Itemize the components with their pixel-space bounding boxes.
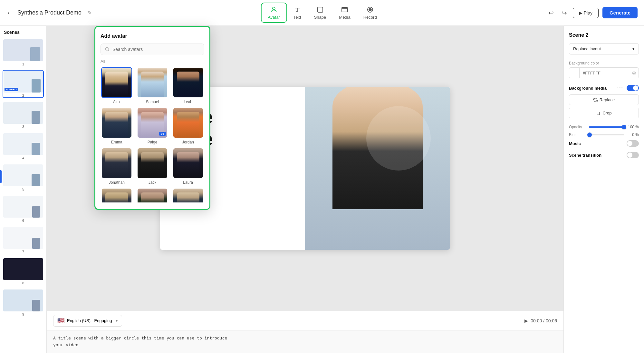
background-color-row[interactable]: #FFFFFF ◎: [569, 67, 639, 78]
three-dots-icon[interactable]: ···: [617, 85, 623, 91]
scene-thumb: [3, 102, 43, 124]
blur-thumb[interactable]: [587, 132, 592, 137]
avatar-cell-leah[interactable]: Leah: [172, 67, 204, 104]
avatar-img-row4b: [137, 188, 168, 202]
replace-icon: [593, 98, 598, 102]
generate-button[interactable]: Generate: [602, 7, 638, 18]
project-title: Synthesia Product Demo: [17, 9, 82, 16]
svg-point-0: [273, 7, 275, 10]
scenes-title: Scenes: [3, 30, 44, 35]
opacity-slider[interactable]: [589, 126, 624, 128]
nav-media-button[interactable]: Media: [332, 3, 357, 22]
background-color-field: Background color #FFFFFF ◎: [569, 61, 639, 78]
music-label: Music: [569, 141, 581, 146]
avatar-img-paige: V3: [137, 107, 168, 138]
chevron-down-icon: ▾: [116, 318, 118, 323]
nav-shape-button[interactable]: Shape: [308, 3, 333, 22]
scene-number: 2: [3, 93, 43, 97]
avatar-name-paige: Paige: [148, 140, 158, 144]
scene-item[interactable]: 3: [3, 101, 44, 129]
redo-button[interactable]: ↪: [560, 7, 569, 19]
scene-thumb: [3, 164, 43, 186]
scene-transition-toggle[interactable]: [627, 152, 639, 158]
scene-item[interactable]: 9: [3, 289, 44, 317]
search-bar[interactable]: [101, 44, 204, 55]
blur-slider[interactable]: [589, 134, 624, 135]
avatar-name-samuel: Samuel: [146, 100, 159, 104]
background-media-toggle[interactable]: [627, 85, 639, 91]
scene-number: 5: [3, 187, 43, 191]
color-picker-icon[interactable]: ◎: [630, 70, 639, 75]
scene-item[interactable]: 1: [3, 39, 44, 67]
scene-item[interactable]: 8: [3, 258, 44, 286]
avatar-bg: [173, 189, 203, 202]
scene-transition-label: Scene transition: [569, 153, 601, 158]
avatar-img-alex: [101, 67, 132, 98]
avatar-cell-emma[interactable]: Emma: [101, 107, 133, 144]
edit-icon[interactable]: ✎: [87, 10, 91, 16]
scene-thumb: SCENE 2: [3, 71, 43, 93]
avatar-img-row4a: [101, 188, 132, 202]
music-toggle[interactable]: [627, 140, 639, 147]
avatar-name-jonathan: Jonathan: [109, 180, 125, 185]
replace-layout-field: Replace layout ▾: [569, 43, 639, 54]
scene-number: 3: [3, 125, 43, 129]
popup-title: Add avatar: [101, 33, 204, 39]
canvas-bottom: 🇺🇸 English (US) - Engaging ▾ ▶ 00:00 / 0…: [47, 311, 563, 330]
play-icon[interactable]: ▶: [524, 318, 528, 323]
scene-item[interactable]: 4: [3, 132, 44, 161]
avatar-bg: [102, 148, 131, 178]
music-row: Music: [569, 140, 639, 147]
avatar-name-leah: Leah: [184, 100, 192, 104]
avatar-cell-row4c[interactable]: [172, 188, 204, 202]
timecode-value: 00:00 / 00:06: [531, 318, 557, 323]
search-icon: [105, 47, 110, 52]
back-button[interactable]: ←: [6, 9, 14, 17]
avatar-cell-jack[interactable]: Jack: [136, 148, 169, 185]
avatar-grid: Alex Samuel: [101, 67, 204, 202]
avatar-popup: Add avatar All: [94, 26, 210, 210]
opacity-thumb[interactable]: [622, 125, 626, 129]
avatar-bg: [102, 108, 131, 138]
avatar-cell-laura[interactable]: Laura: [172, 148, 204, 185]
filter-label: All: [101, 59, 204, 64]
undo-button[interactable]: ↩: [546, 7, 556, 19]
scene-item[interactable]: 5: [3, 164, 44, 192]
v3-badge: V3: [159, 132, 166, 136]
scene-thumb: [3, 39, 43, 61]
avatar-cell-jordan[interactable]: Jordan: [172, 107, 204, 144]
avatar-cell-jonathan[interactable]: Jonathan: [101, 148, 133, 185]
opacity-row: Opacity 100 %: [569, 125, 639, 129]
replace-button[interactable]: Replace: [569, 94, 639, 105]
caption-line2: your video: [53, 342, 557, 348]
scene-item[interactable]: 6: [3, 195, 44, 223]
avatar-cell-paige[interactable]: V3 Paige: [136, 107, 169, 144]
opacity-label: Opacity: [569, 125, 586, 129]
opacity-fill: [589, 126, 624, 128]
nav-text-button[interactable]: Text: [287, 3, 308, 22]
scene-number: 9: [3, 312, 43, 316]
avatar-cell-samuel[interactable]: Samuel: [136, 67, 169, 104]
scene-number: 1: [3, 62, 43, 66]
search-input[interactable]: [112, 47, 200, 52]
play-button[interactable]: ▶ Play: [573, 8, 599, 18]
scene-number: 4: [3, 156, 43, 160]
scenes-panel: Scenes 1 SCENE 2 2 3: [0, 26, 47, 353]
avatar-cell-row4b[interactable]: [136, 188, 169, 202]
crop-button[interactable]: Crop: [569, 108, 639, 118]
nav-media-label: Media: [339, 15, 350, 20]
scene-item[interactable]: 7: [3, 226, 44, 254]
avatar-cell-row4a[interactable]: [101, 188, 133, 202]
replace-label: Replace: [600, 97, 615, 102]
opacity-value: 100 %: [627, 125, 639, 129]
avatar-cell-alex[interactable]: Alex: [101, 67, 133, 104]
avatar-bg: [173, 148, 203, 178]
nav-avatar-button[interactable]: Avatar: [261, 3, 287, 23]
replace-layout-value: Replace layout: [573, 46, 601, 51]
replace-layout-dropdown[interactable]: Replace layout ▾: [569, 43, 639, 54]
avatar-img-emma: [101, 107, 132, 138]
svg-rect-1: [318, 7, 323, 12]
scene-item[interactable]: SCENE 2 2: [3, 70, 44, 98]
nav-record-button[interactable]: Record: [357, 3, 383, 22]
language-selector[interactable]: 🇺🇸 English (US) - Engaging ▾: [53, 315, 122, 327]
